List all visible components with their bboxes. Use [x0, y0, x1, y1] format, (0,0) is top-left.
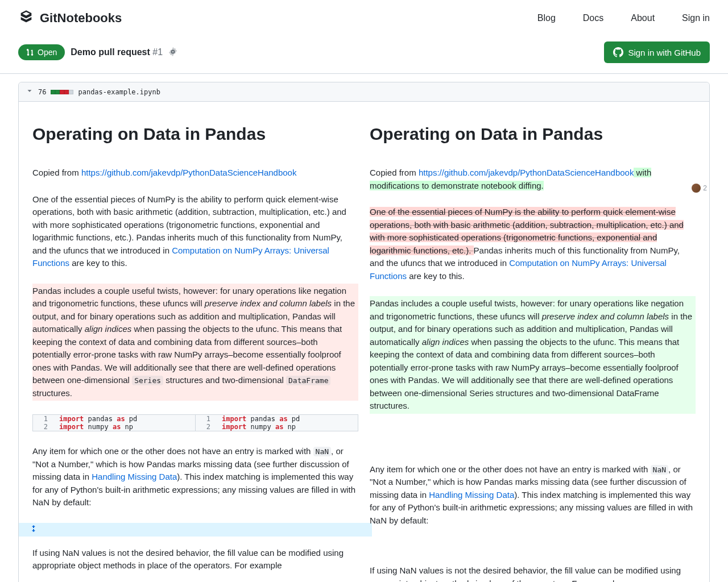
- para-intro: One of the essential pieces of NumPy is …: [370, 206, 696, 282]
- expand-row[interactable]: [19, 523, 372, 537]
- brand-name: GitNotebooks: [40, 11, 122, 26]
- para-fill: If using NaN values is not the desired b…: [32, 547, 358, 572]
- para-copied: Copied from https://github.com/jakevdp/P…: [32, 167, 358, 180]
- nav-blog[interactable]: Blog: [537, 13, 556, 23]
- diff-left: Operating on Data in Pandas Copied from …: [32, 124, 358, 582]
- handbook-link[interactable]: https://github.com/jakevdp/PythonDataSci…: [81, 168, 297, 177]
- page-title: Operating on Data in Pandas: [370, 124, 696, 144]
- file-name[interactable]: pandas-example.ipynb: [78, 88, 160, 96]
- chevron-down-icon[interactable]: [26, 87, 34, 97]
- file-header[interactable]: 76 pandas-example.ipynb: [19, 82, 709, 102]
- github-icon: [613, 47, 623, 57]
- handbook-link[interactable]: https://github.com/jakevdp/PythonDataSci…: [419, 168, 634, 177]
- para-twists-added: Pandas includes a couple useful twists, …: [370, 296, 696, 414]
- open-badge: Open: [18, 44, 65, 60]
- logo-icon: [18, 9, 34, 27]
- nav-about[interactable]: About: [631, 13, 655, 23]
- diff-count: 76: [38, 88, 46, 96]
- expand-icon: [29, 524, 38, 535]
- main-nav: Blog Docs About Sign in: [537, 13, 710, 23]
- diff-squares: [51, 90, 73, 94]
- signin-github-button[interactable]: Sign in with GitHub: [604, 41, 710, 63]
- pr-title: Demo pull request #1: [71, 47, 163, 57]
- pull-request-icon: [26, 48, 34, 56]
- missing-data-link[interactable]: Handling Missing Data: [92, 472, 177, 481]
- para-nan: Any item for which one or the other does…: [370, 463, 696, 527]
- para-twists-removed: Pandas includes a couple useful twists, …: [32, 284, 358, 401]
- diff-right: Operating on Data in Pandas Copied from …: [370, 124, 696, 582]
- gear-icon[interactable]: [168, 47, 177, 58]
- para-nan: Any item for which one or the other does…: [32, 445, 358, 509]
- avatar: [692, 184, 701, 193]
- para-fill: If using NaN values is not the desired b…: [370, 564, 696, 582]
- nav-signin[interactable]: Sign in: [682, 13, 710, 23]
- comment-indicator[interactable]: 2: [692, 184, 707, 193]
- code-block: 1import pandas as pd 2import numpy as np…: [32, 414, 358, 431]
- para-copied: Copied from https://github.com/jakevdp/P…: [370, 167, 696, 192]
- nav-docs[interactable]: Docs: [583, 13, 603, 23]
- para-intro: One of the essential pieces of NumPy is …: [32, 193, 358, 270]
- missing-data-link[interactable]: Handling Missing Data: [429, 490, 514, 500]
- page-title: Operating on Data in Pandas: [32, 124, 358, 144]
- brand[interactable]: GitNotebooks: [18, 9, 122, 27]
